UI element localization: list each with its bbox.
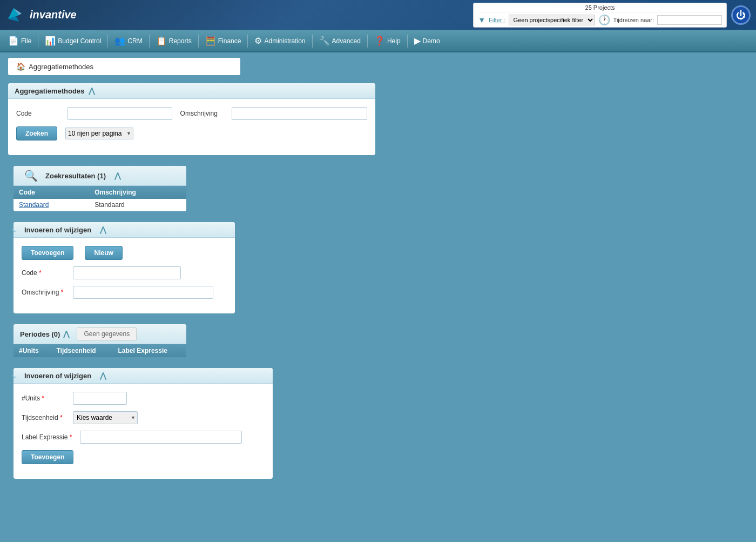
- search-button[interactable]: Zoeken: [16, 126, 57, 140]
- periodes-table-wrapper: #Units Tijdseenheid Label Expressie: [14, 344, 186, 357]
- tijdreizen-label: Tijdreizen naar:: [613, 17, 654, 23]
- nav-separator-2: [107, 35, 108, 48]
- row-code[interactable]: Standaard: [14, 199, 89, 211]
- code-required-star: *: [39, 269, 42, 277]
- filter-link[interactable]: Filter :: [489, 17, 505, 23]
- edit-code-label: Code *: [22, 269, 65, 277]
- nav-separator-6: [312, 35, 313, 48]
- administration-icon: ⚙: [254, 36, 262, 46]
- edit-panel-body: Toevoegen Nieuw Code * Omschrijving *: [14, 238, 235, 313]
- nav-label-budget: Budget Control: [58, 37, 101, 45]
- col-label-expressie: Label Expressie: [113, 344, 186, 357]
- nav-label-advanced: Advanced: [332, 37, 361, 45]
- power-button[interactable]: ⏻: [731, 5, 751, 25]
- nav-item-administration[interactable]: ⚙ Administration: [249, 34, 310, 48]
- nav-item-reports[interactable]: 📋 Reports: [151, 34, 197, 48]
- advanced-icon: 🔧: [319, 36, 330, 46]
- nav-item-budget-control[interactable]: 📊 Budget Control: [39, 34, 106, 48]
- nav-label-help: Help: [387, 37, 401, 45]
- nav-label-demo: Demo: [423, 37, 440, 45]
- results-table: Code Omschrijving Standaard Standaard: [14, 186, 186, 211]
- tijdreizen-icon: 🕐: [598, 14, 610, 26]
- home-icon: 🏠: [16, 62, 25, 71]
- nieuw-button[interactable]: Nieuw: [85, 246, 122, 260]
- bottom-edit-icon: [6, 370, 21, 385]
- edit-panel-title: Invoeren of wijzigen: [24, 226, 91, 234]
- bottom-tijdseenheid-row: Tijdseenheid * Kies waarde: [22, 411, 265, 424]
- omschrijving-input[interactable]: [232, 107, 367, 120]
- toevoegen-button[interactable]: Toevoegen: [22, 246, 73, 260]
- results-panel-collapse[interactable]: ⋀: [114, 171, 120, 180]
- nav-item-advanced[interactable]: 🔧 Advanced: [314, 34, 366, 48]
- breadcrumb: 🏠 Aggregatiemethodes: [8, 58, 240, 75]
- col-units: #Units: [14, 344, 51, 357]
- nav-item-demo[interactable]: ▶ Demo: [409, 34, 446, 48]
- edit-omschrijving-input[interactable]: [73, 286, 213, 299]
- nav-item-file[interactable]: 📄 File: [3, 34, 37, 48]
- nav-item-crm[interactable]: 👥 CRM: [109, 34, 147, 48]
- bottom-tijdseenheid-label: Tijdseenheid *: [22, 414, 65, 421]
- bottom-label-row: Label Expressie *: [22, 431, 265, 444]
- results-table-wrapper: Code Omschrijving Standaard Standaard: [14, 186, 186, 211]
- periodes-panel-title: Periodes (0): [20, 330, 60, 338]
- filter-select[interactable]: Geen projectspecifiek filter: [509, 15, 595, 25]
- edit-omschrijving-label: Omschrijving *: [22, 289, 65, 296]
- crm-icon: 👥: [114, 36, 125, 46]
- bottom-label-expressie-label: Label Expressie *: [22, 433, 72, 441]
- logo-area: invantive: [5, 5, 77, 24]
- nav-separator-1: [38, 35, 38, 48]
- omschrijving-required-star: *: [61, 289, 64, 296]
- nav-label-administration: Administration: [264, 37, 305, 45]
- projects-title: 25 Projects: [478, 4, 722, 12]
- periodes-panel-collapse[interactable]: ⋀: [63, 330, 69, 338]
- nav-separator-4: [198, 35, 199, 48]
- bottom-edit-panel-title: Invoeren of wijzigen: [24, 372, 91, 380]
- nav-label-finance: Finance: [218, 37, 241, 45]
- bottom-units-label: #Units *: [22, 394, 65, 402]
- label-expressie-input[interactable]: [80, 431, 242, 444]
- nav-label-file: File: [21, 37, 31, 45]
- nav-separator-8: [407, 35, 408, 48]
- tijdreizen-input[interactable]: [657, 15, 722, 25]
- logo-text: invantive: [30, 9, 77, 21]
- top-bar: invantive 25 Projects ▼ Filter : Geen pr…: [0, 0, 756, 30]
- help-icon: ❓: [374, 36, 385, 46]
- periodes-table: #Units Tijdseenheid Label Expressie: [14, 344, 186, 357]
- units-required-star: *: [42, 394, 44, 402]
- rows-select-wrapper: 10 rijen per pagina 25 rijen per pagina …: [65, 128, 133, 139]
- nav-item-help[interactable]: ❓ Help: [369, 34, 406, 48]
- bottom-toevoegen-button[interactable]: Toevoegen: [22, 450, 73, 464]
- nav-separator-3: [149, 35, 150, 48]
- results-panel: 🔍 Zoekresultaten (1) ⋀ Code Omschrijving…: [14, 166, 186, 211]
- row-omschrijving: Standaard: [89, 199, 186, 211]
- edit-code-input[interactable]: [73, 266, 181, 279]
- edit-action-row: Toevoegen Nieuw: [22, 246, 227, 260]
- code-label: Code: [16, 110, 59, 117]
- edit-icon: [6, 224, 21, 239]
- nav-bar: 📄 File 📊 Budget Control 👥 CRM 📋 Reports …: [0, 30, 756, 52]
- nav-separator-7: [367, 35, 368, 48]
- search-panel-collapse[interactable]: ⋀: [89, 86, 94, 95]
- code-input[interactable]: [68, 107, 172, 120]
- units-input[interactable]: [73, 392, 127, 405]
- tijdseenheid-select[interactable]: Kies waarde: [73, 411, 138, 424]
- filter-icon: ▼: [478, 16, 485, 24]
- no-data-badge: Geen gegevens: [77, 327, 137, 340]
- budget-icon: 📊: [45, 36, 56, 46]
- table-row[interactable]: Standaard Standaard: [14, 199, 186, 211]
- edit-panel-header: Invoeren of wijzigen ⋀: [14, 222, 235, 238]
- label-required-star: *: [70, 433, 72, 441]
- rows-per-page-select[interactable]: 10 rijen per pagina 25 rijen per pagina …: [65, 128, 133, 139]
- search-panel-header: Aggregatiemethodes ⋀: [8, 83, 375, 99]
- edit-panel-collapse[interactable]: ⋀: [100, 225, 106, 234]
- reports-icon: 📋: [156, 36, 167, 46]
- bottom-edit-panel-collapse[interactable]: ⋀: [100, 371, 106, 380]
- periodes-header-row: #Units Tijdseenheid Label Expressie: [14, 344, 186, 357]
- tijdseenheid-required-star: *: [60, 414, 63, 421]
- top-right-controls: 25 Projects ▼ Filter : Geen projectspeci…: [473, 3, 751, 28]
- results-search-icon: 🔍: [24, 169, 38, 182]
- bottom-edit-panel: Invoeren of wijzigen ⋀ #Units * Tijdseen…: [14, 368, 273, 479]
- nav-item-finance[interactable]: 🧮 Finance: [200, 34, 247, 48]
- tijdseenheid-select-wrapper: Kies waarde: [73, 411, 138, 424]
- demo-icon: ▶: [414, 36, 421, 46]
